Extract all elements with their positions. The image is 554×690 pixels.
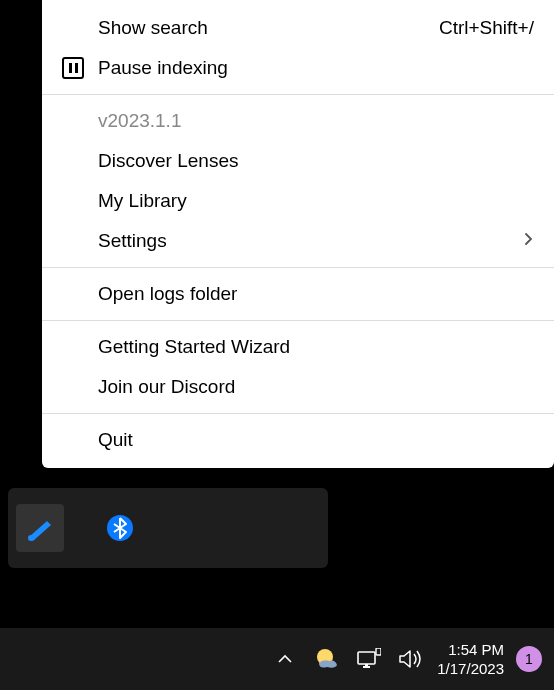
menu-item-discover-lenses[interactable]: Discover Lenses <box>42 141 554 181</box>
menu-separator <box>42 94 554 95</box>
svg-rect-5 <box>365 664 368 666</box>
svg-rect-4 <box>363 666 370 668</box>
menu-item-getting-started[interactable]: Getting Started Wizard <box>42 327 554 367</box>
pause-icon <box>60 55 86 81</box>
menu-item-label: My Library <box>98 190 534 212</box>
taskbar-clock[interactable]: 1:54 PM 1/17/2023 <box>437 640 504 679</box>
app-version-label: v2023.1.1 <box>42 101 554 141</box>
menu-item-settings[interactable]: Settings <box>42 221 554 261</box>
menu-item-show-search[interactable]: Show search Ctrl+Shift+/ <box>42 8 554 48</box>
menu-item-join-discord[interactable]: Join our Discord <box>42 367 554 407</box>
clock-date: 1/17/2023 <box>437 659 504 679</box>
chevron-right-icon <box>524 232 534 250</box>
menu-item-pause-indexing[interactable]: Pause indexing <box>42 48 554 88</box>
svg-rect-3 <box>358 652 375 664</box>
menu-separator <box>42 413 554 414</box>
tray-icon-app[interactable] <box>16 504 64 552</box>
weather-icon <box>315 647 339 671</box>
menu-separator <box>42 320 554 321</box>
volume-icon <box>399 649 423 669</box>
menu-item-my-library[interactable]: My Library <box>42 181 554 221</box>
menu-item-open-logs[interactable]: Open logs folder <box>42 274 554 314</box>
menu-item-shortcut: Ctrl+Shift+/ <box>439 17 534 39</box>
menu-item-label: Settings <box>98 230 524 252</box>
menu-item-label: Join our Discord <box>98 376 534 398</box>
telescope-icon <box>25 513 55 543</box>
svg-point-0 <box>28 535 34 541</box>
notification-badge[interactable]: 1 <box>516 646 542 672</box>
taskbar: 1:54 PM 1/17/2023 1 <box>0 628 554 690</box>
tray-network-button[interactable] <box>357 647 381 671</box>
bluetooth-icon <box>106 514 134 542</box>
system-tray <box>273 647 423 671</box>
menu-item-label: Getting Started Wizard <box>98 336 534 358</box>
app-context-menu: Show search Ctrl+Shift+/ Pause indexing … <box>42 0 554 468</box>
clock-time: 1:54 PM <box>448 640 504 660</box>
tray-chevron-button[interactable] <box>273 647 297 671</box>
tray-volume-button[interactable] <box>399 647 423 671</box>
menu-item-label: Quit <box>98 429 534 451</box>
tray-weather-button[interactable] <box>315 647 339 671</box>
menu-item-quit[interactable]: Quit <box>42 420 554 460</box>
menu-separator <box>42 267 554 268</box>
menu-item-label: Open logs folder <box>98 283 534 305</box>
svg-rect-6 <box>376 648 381 655</box>
network-icon <box>357 648 381 670</box>
tray-icon-bluetooth[interactable] <box>96 504 144 552</box>
chevron-up-icon <box>277 654 293 664</box>
system-tray-overflow <box>8 488 328 568</box>
menu-item-label: Show search <box>98 17 439 39</box>
menu-item-label: Discover Lenses <box>98 150 534 172</box>
menu-item-label: Pause indexing <box>98 57 534 79</box>
notification-count: 1 <box>525 651 533 667</box>
